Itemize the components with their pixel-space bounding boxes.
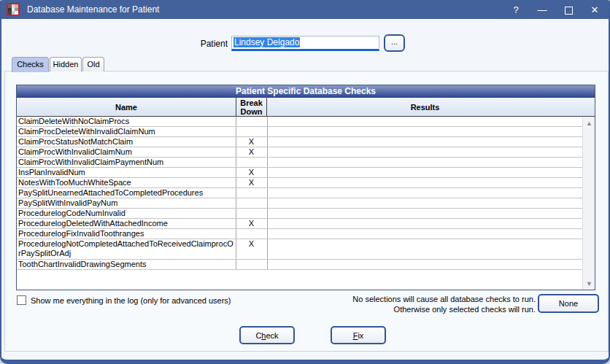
check-button[interactable]: Check bbox=[239, 326, 295, 344]
fix-button[interactable]: Fix bbox=[331, 326, 386, 344]
minimize-icon[interactable]: — bbox=[534, 4, 550, 15]
none-button[interactable]: None bbox=[538, 294, 599, 313]
column-header-breakdown[interactable]: Break Down bbox=[236, 98, 267, 117]
table-row[interactable]: ClaimProcWithInvalidClaimPaymentNum bbox=[17, 158, 583, 168]
column-header-results[interactable]: Results bbox=[267, 98, 583, 117]
table-row[interactable]: ToothChartInvalidDrawingSegments bbox=[17, 260, 583, 270]
column-header-name[interactable]: Name bbox=[17, 98, 236, 117]
run-note-line1: No selections will cause all database ch… bbox=[352, 294, 536, 304]
run-note: No selections will cause all database ch… bbox=[352, 294, 536, 314]
run-note-line2: Otherwise only selected checks will run. bbox=[352, 304, 536, 314]
table-row[interactable]: NotesWithTooMuchWhiteSpaceX bbox=[17, 178, 583, 188]
show-log-checkbox[interactable] bbox=[17, 295, 26, 305]
table-row[interactable]: ClaimProcStatusNotMatchClaimX bbox=[17, 137, 583, 147]
patient-value: Lindsey Delgado bbox=[233, 37, 300, 47]
checks-tab-panel: Patient Specific Database Checks Name Br… bbox=[4, 71, 609, 352]
scroll-down-icon[interactable]: ▼ bbox=[583, 277, 595, 290]
tab-hidden[interactable]: Hidden bbox=[50, 57, 82, 71]
patient-input[interactable]: Lindsey Delgado bbox=[231, 36, 379, 51]
title-bar: Database Maintenance for Patient ? — ✕ bbox=[1, 0, 609, 19]
patient-label: Patient bbox=[184, 39, 228, 49]
table-row[interactable]: ProcedurelogDeletedWithAttachedIncomeX bbox=[17, 219, 583, 229]
table-row[interactable]: PaySplitUnearnedAttachedToCompletedProce… bbox=[17, 188, 583, 198]
grid-header: Name Break Down Results bbox=[17, 98, 595, 117]
help-icon[interactable]: ? bbox=[508, 4, 524, 15]
database-maintenance-dialog: Database Maintenance for Patient ? — ✕ P… bbox=[0, 0, 610, 364]
table-row[interactable]: PaySplitWithInvalidPayNum bbox=[17, 198, 583, 209]
table-row[interactable]: ProcedurelogNotCompletedAttachedToReceiv… bbox=[17, 239, 583, 260]
vertical-scrollbar[interactable]: ▲ ▼ bbox=[582, 117, 595, 290]
table-row[interactable]: ClaimProcWithInvalidClaimNumX bbox=[17, 147, 583, 158]
grid-body: ClaimDeleteWithNoClaimProcs ClaimProcDel… bbox=[17, 117, 583, 290]
show-log-label: Show me everything in the log (only for … bbox=[31, 296, 231, 305]
grid-title: Patient Specific Database Checks bbox=[17, 85, 595, 98]
show-log-checkbox-row: Show me everything in the log (only for … bbox=[17, 295, 231, 305]
table-row[interactable]: ProcedurelogCodeNumInvalid bbox=[17, 209, 583, 219]
table-row[interactable]: ClaimDeleteWithNoClaimProcs bbox=[17, 117, 583, 127]
window-title: Database Maintenance for Patient bbox=[27, 4, 159, 15]
close-icon[interactable]: ✕ bbox=[587, 4, 603, 15]
maximize-icon[interactable] bbox=[560, 4, 576, 15]
scroll-up-icon[interactable]: ▲ bbox=[583, 117, 595, 129]
tab-checks[interactable]: Checks bbox=[12, 57, 49, 72]
table-row[interactable]: ClaimProcDeleteWithInvalidClaimNum bbox=[17, 127, 583, 137]
database-checks-grid: Patient Specific Database Checks Name Br… bbox=[16, 85, 595, 290]
patient-browse-button[interactable]: ... bbox=[384, 34, 405, 52]
table-row[interactable]: InsPlanInvalidNumX bbox=[17, 168, 583, 178]
table-row[interactable]: ProcedurelogFixInvalidToothranges bbox=[17, 229, 583, 239]
window-controls: ? — ✕ bbox=[508, 0, 603, 19]
tab-old[interactable]: Old bbox=[82, 57, 104, 71]
app-grid-icon bbox=[7, 3, 20, 16]
